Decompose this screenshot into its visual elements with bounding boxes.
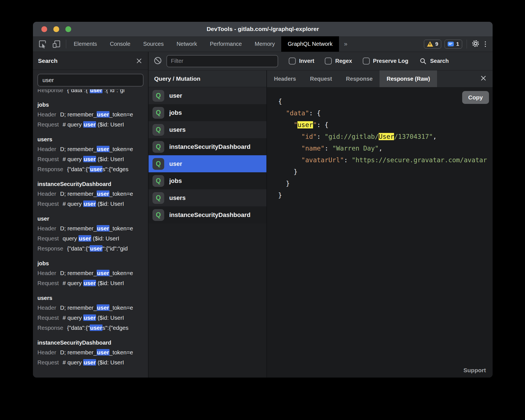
- more-tabs-chevron-icon[interactable]: »: [339, 36, 352, 52]
- result-line-label: Header: [37, 270, 56, 276]
- search-match-highlight: user: [90, 324, 102, 331]
- support-link[interactable]: Support: [464, 367, 486, 374]
- query-row-instancesecuritydashboard[interactable]: QinstanceSecurityDashboard: [149, 138, 266, 155]
- inspect-element-icon[interactable]: [38, 40, 47, 49]
- result-group-title[interactable]: users: [37, 135, 148, 144]
- search-icon: [419, 58, 427, 65]
- clear-log-icon[interactable]: [154, 56, 162, 66]
- result-row[interactable]: Response{"data":{"user":{"id":"gi: [37, 89, 148, 95]
- network-toolbar: InvertRegexPreserve Log Search: [149, 52, 493, 70]
- result-row[interactable]: HeaderD; remember_user_token=e: [37, 223, 148, 233]
- copy-button[interactable]: Copy: [462, 91, 489, 104]
- result-line-value: D; remember_user_token=e: [60, 225, 133, 232]
- result-line-value: D; remember_user_token=e: [60, 146, 133, 152]
- result-line-label: Header: [37, 304, 56, 311]
- kebab-menu-icon[interactable]: [483, 41, 488, 47]
- query-type-icon: Q: [152, 192, 164, 204]
- result-row[interactable]: Response{"data":{"users":{"edges: [37, 323, 148, 333]
- result-row[interactable]: HeaderD; remember_user_token=e: [37, 303, 148, 313]
- checkbox-preserve-log[interactable]: Preserve Log: [363, 58, 409, 65]
- window-title: DevTools - gitlab.com/-/graphql-explorer: [33, 26, 493, 32]
- search-match-highlight: user: [83, 359, 96, 366]
- result-row[interactable]: Response{"data":{"user":{"id":"gid: [37, 244, 148, 254]
- result-row[interactable]: Request# query user ($id: UserI: [37, 120, 148, 130]
- result-line-value: # query user ($id: UserI: [63, 121, 124, 128]
- result-row[interactable]: HeaderD; remember_user_token=e: [37, 109, 148, 120]
- details-tab-response-raw[interactable]: Response (Raw): [380, 70, 437, 87]
- checkbox-box-regex[interactable]: [325, 58, 332, 65]
- devtools-tabs: ElementsConsoleSourcesNetworkPerformance…: [67, 36, 352, 52]
- result-line-value: D; remember_user_token=e: [60, 270, 133, 276]
- result-row[interactable]: Request# query user ($id: UserI: [37, 278, 148, 288]
- result-line-value: {"data":{"users":{"edges: [67, 324, 128, 331]
- device-toolbar-icon[interactable]: [52, 40, 61, 49]
- result-row[interactable]: Response{"data":{"users":{"edges: [37, 164, 148, 174]
- details-tab-request[interactable]: Request: [303, 70, 339, 87]
- query-type-icon: Q: [152, 107, 164, 119]
- tab-elements[interactable]: Elements: [67, 36, 103, 52]
- tab-console[interactable]: Console: [103, 36, 137, 52]
- result-row[interactable]: HeaderD; remember_user_token=e: [37, 347, 148, 357]
- checkbox-regex[interactable]: Regex: [325, 58, 352, 65]
- result-row[interactable]: Request# query user ($id: UserI: [37, 313, 148, 323]
- result-row[interactable]: Request# query user ($id: UserI: [37, 199, 148, 209]
- title-bar: DevTools - gitlab.com/-/graphql-explorer: [33, 22, 493, 36]
- result-row[interactable]: Request# query user ($id: UserI: [37, 154, 148, 164]
- query-row-users[interactable]: Qusers: [149, 189, 266, 206]
- result-group-title[interactable]: instanceSecurityDashboard: [37, 179, 148, 189]
- checkbox-box-invert[interactable]: [289, 58, 296, 65]
- search-match-highlight: user: [83, 201, 96, 207]
- tab-sources[interactable]: Sources: [137, 36, 170, 52]
- toolbar-search[interactable]: Search: [419, 58, 449, 65]
- query-row-user[interactable]: Quser: [149, 87, 266, 104]
- result-row[interactable]: HeaderD; remember_user_token=e: [37, 144, 148, 154]
- search-input[interactable]: [37, 74, 144, 87]
- query-type-icon: Q: [152, 90, 164, 102]
- devtools-tab-bar: ElementsConsoleSourcesNetworkPerformance…: [33, 36, 493, 52]
- result-line-value: # query user ($id: UserI: [63, 201, 124, 207]
- query-type-icon: Q: [152, 124, 164, 136]
- details-tab-headers[interactable]: Headers: [267, 70, 303, 87]
- close-search-panel-icon[interactable]: [136, 58, 142, 64]
- settings-gear-icon[interactable]: [471, 39, 480, 49]
- query-row-user[interactable]: Quser: [149, 155, 266, 172]
- result-group-title[interactable]: user: [37, 214, 148, 223]
- query-row-instancesecuritydashboard[interactable]: QinstanceSecurityDashboard: [149, 206, 266, 223]
- search-match-highlight: user: [90, 245, 102, 252]
- tab-performance[interactable]: Performance: [204, 36, 249, 52]
- messages-badge[interactable]: 1: [445, 40, 462, 49]
- details-tab-response[interactable]: Response: [339, 70, 380, 87]
- query-row-label: users: [169, 126, 186, 133]
- result-group-title[interactable]: jobs: [37, 259, 148, 268]
- devtools-window: DevTools - gitlab.com/-/graphql-explorer…: [33, 22, 493, 378]
- result-group-title[interactable]: jobs: [37, 100, 148, 109]
- tab-network[interactable]: Network: [170, 36, 203, 52]
- checkbox-box-preserve-log[interactable]: [363, 58, 370, 65]
- result-group-title[interactable]: users: [37, 293, 148, 303]
- content-row: Query / Mutation QuserQjobsQusersQinstan…: [149, 70, 493, 378]
- json-line: }: [278, 189, 493, 201]
- tab-memory[interactable]: Memory: [248, 36, 281, 52]
- json-line: }: [278, 166, 493, 178]
- result-row[interactable]: Request# query user ($id: UserI: [37, 357, 148, 367]
- result-row[interactable]: Requestquery user ($id: UserI: [37, 233, 148, 244]
- tab-graphql-network[interactable]: GraphQL Network: [281, 36, 339, 52]
- warnings-badge[interactable]: 9: [424, 40, 442, 49]
- checkbox-invert[interactable]: Invert: [289, 58, 314, 65]
- result-line-label: Response: [37, 166, 63, 172]
- json-code: { "data": { "user": { "id": "gid://gitla…: [278, 96, 493, 201]
- search-input-row: [33, 70, 148, 89]
- query-row-jobs[interactable]: Qjobs: [149, 104, 266, 121]
- result-line-label: Request: [37, 121, 59, 128]
- close-details-icon[interactable]: [480, 75, 486, 82]
- result-row[interactable]: HeaderD; remember_user_token=e: [37, 189, 148, 199]
- result-line-value: D; remember_user_token=e: [60, 190, 133, 197]
- query-row-users[interactable]: Qusers: [149, 121, 266, 138]
- network-area: InvertRegexPreserve Log Search Query / M…: [149, 52, 493, 378]
- result-row[interactable]: HeaderD; remember_user_token=e: [37, 268, 148, 278]
- result-line-label: Request: [37, 156, 59, 162]
- filter-input[interactable]: [166, 55, 278, 67]
- result-line-label: Request: [37, 359, 59, 366]
- query-row-jobs[interactable]: Qjobs: [149, 172, 266, 189]
- result-group-title[interactable]: instanceSecurityDashboard: [37, 338, 148, 347]
